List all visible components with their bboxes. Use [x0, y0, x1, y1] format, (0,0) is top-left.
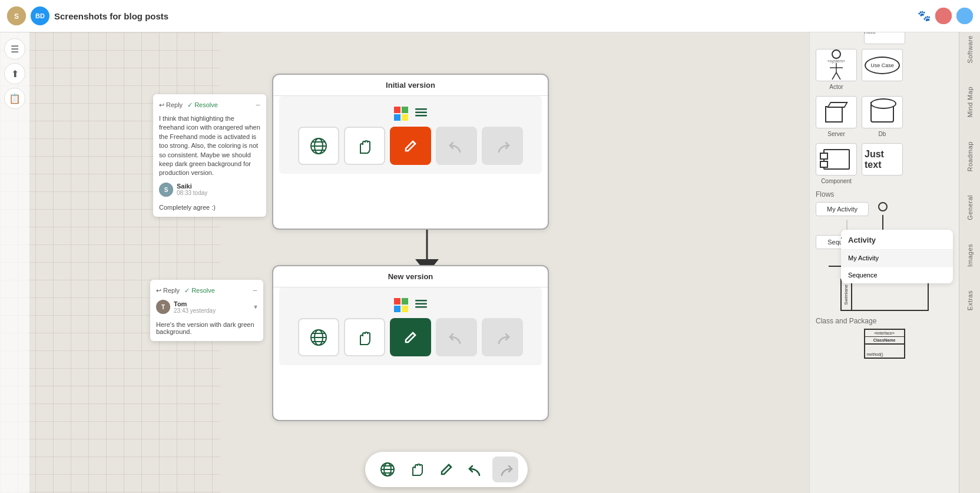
reply-button-bottom[interactable]: ↩ Reply: [156, 287, 180, 295]
justtext-item[interactable]: Just text: [862, 143, 903, 176]
avatar-user1: [935, 8, 952, 24]
canvas-area: ↩ Reply ✓ Resolve − I think that highlig…: [0, 32, 220, 493]
header: S BD Screenshots for blog posts 🐾: [0, 0, 980, 32]
comment-avatar-saiki: S: [159, 183, 173, 197]
avatar-image: S: [7, 6, 26, 25]
server-item[interactable]: Server: [816, 96, 857, 137]
pen-icon-initial[interactable]: [390, 127, 431, 165]
svg-rect-27: [415, 300, 427, 302]
actor-shape: «system»: [827, 49, 845, 81]
actor-item[interactable]: «system» Actor: [816, 49, 857, 90]
server-front: [825, 106, 843, 123]
svg-point-3: [956, 8, 973, 24]
swimlane-item[interactable]: Swimlane: [816, 279, 953, 311]
db-item[interactable]: Db: [862, 96, 903, 137]
tab-software[interactable]: Software: [966, 35, 974, 63]
comment-author-top: Saiki: [177, 183, 207, 190]
flow-circle: [878, 202, 888, 211]
diagram-toolbar-top: [285, 101, 536, 127]
class-name-label: ClassName: [865, 337, 904, 344]
component-justtext-row: Component Just text: [816, 143, 953, 184]
dropdown-icon[interactable]: ▾: [254, 303, 257, 311]
toolbar-pen-btn[interactable]: [433, 456, 459, 482]
resolve-button-bottom[interactable]: ✓ Resolve: [184, 287, 215, 295]
left-icon-copy[interactable]: 📋: [4, 88, 25, 109]
board-title: Screenshots for blog posts: [54, 11, 913, 21]
comment-reply-top: Completely agree :): [159, 200, 260, 211]
close-button-bottom[interactable]: −: [253, 286, 257, 295]
reply-button-top[interactable]: ↩ Reply: [159, 101, 183, 109]
redo-icon-initial[interactable]: [482, 127, 523, 165]
undo-icon-initial[interactable]: [436, 127, 477, 165]
db-box: [862, 96, 903, 128]
flow-my-activity[interactable]: My Activity: [816, 202, 869, 216]
svg-rect-25: [394, 306, 400, 312]
globe-icon-new[interactable]: [298, 318, 339, 356]
close-button-top[interactable]: −: [256, 100, 260, 110]
swimlane-row: Swimlane: [816, 279, 953, 311]
check-icon-bottom: ✓: [184, 287, 190, 295]
avatar-user2: [956, 8, 973, 24]
left-icon-share[interactable]: ⬆: [4, 63, 25, 84]
redo-icon-new[interactable]: [482, 318, 523, 356]
class-interface-label: «interface»: [865, 330, 904, 337]
comment-author-bottom: Tom: [174, 300, 250, 307]
svg-rect-24: [402, 298, 408, 305]
swimlane-box: Swimlane: [840, 279, 929, 311]
toolbar-logo-top: [394, 107, 408, 121]
class-box-container: «interface» ClassName method(): [816, 329, 953, 359]
comment-panel-bottom: ↩ Reply ✓ Resolve − T Tom 23:43 yesterda…: [150, 280, 263, 341]
resolve-button-top[interactable]: ✓ Resolve: [187, 101, 218, 109]
comment-avatar-tom: T: [156, 300, 170, 314]
server-box: [816, 96, 857, 128]
play-button[interactable]: [841, 231, 842, 245]
tab-roadmap[interactable]: Roadmap: [966, 141, 974, 171]
bottom-toolbar: [365, 452, 528, 487]
svg-rect-29: [415, 306, 427, 308]
diagram-title-new: New version: [273, 266, 548, 287]
hand-icon-initial[interactable]: [344, 127, 385, 165]
sidebar-tab-strip: Software Mind Map Roadmap General Images…: [959, 0, 980, 493]
pen-icon-new[interactable]: [390, 318, 431, 356]
usecase-item[interactable]: Use Case: [862, 49, 903, 81]
undo-icon-new[interactable]: [436, 318, 477, 356]
usecase-box: Use Case: [862, 49, 903, 81]
actor-usecase-row: «system» Actor Use Case: [816, 49, 953, 90]
activity-label-sequence: Sequence: [848, 272, 878, 279]
svg-text:S: S: [14, 12, 19, 21]
tab-images[interactable]: Images: [966, 244, 974, 267]
diagram-icons-row-bottom: [285, 318, 536, 365]
component-item[interactable]: Component: [816, 143, 857, 184]
comment-actions-top: ↩ Reply ✓ Resolve −: [159, 100, 260, 110]
diagram-icons-row-top: [285, 127, 536, 174]
comment-panel-top: ↩ Reply ✓ Resolve − I think that highlig…: [153, 94, 266, 217]
hand-icon-new[interactable]: [344, 318, 385, 356]
svg-rect-9: [402, 107, 408, 113]
class-fields-section: [865, 344, 904, 351]
tab-mindmap[interactable]: Mind Map: [966, 87, 974, 117]
tab-extras[interactable]: Extras: [966, 290, 974, 310]
diagram-title-initial: Initial version: [273, 75, 548, 96]
toolbar-redo-btn[interactable]: [492, 456, 518, 482]
toolbar-logo-bottom: [394, 298, 408, 312]
component-box: [816, 143, 857, 176]
reply-arrow-icon-bottom: ↩: [156, 287, 161, 295]
tab-general[interactable]: General: [966, 195, 974, 220]
comment-user-info: Saiki 08:33 today: [177, 183, 207, 196]
comment-user-bottom: T Tom 23:43 yesterday ▾: [156, 300, 257, 314]
justtext-box: Just text: [862, 143, 903, 176]
sidebar-content: Markdown note «system»: [810, 0, 980, 370]
toolbar-globe-btn[interactable]: [375, 456, 400, 482]
server-top: [827, 102, 848, 108]
globe-icon-initial[interactable]: [298, 127, 339, 165]
activity-item-my[interactable]: My Activity: [841, 250, 953, 267]
reply-arrow-icon: ↩: [159, 101, 164, 109]
activity-item-sequence[interactable]: Sequence: [841, 267, 953, 283]
diagram-card-initial: Initial version: [272, 74, 549, 230]
toolbar-hand-btn[interactable]: [404, 456, 430, 482]
class-item[interactable]: «interface» ClassName method(): [816, 329, 953, 359]
svg-rect-26: [402, 306, 408, 312]
toolbar-undo-btn[interactable]: [463, 456, 489, 482]
left-icon-list[interactable]: ☰: [4, 38, 25, 59]
comment-text-top: I think that highlighting the freehand i…: [159, 114, 260, 178]
